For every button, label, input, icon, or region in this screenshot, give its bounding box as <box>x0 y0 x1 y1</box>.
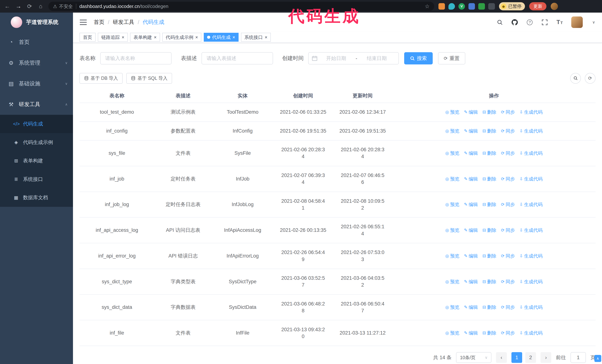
tab-item[interactable]: 系统接口× <box>241 33 271 42</box>
action-eye-link[interactable]: ◎预览 <box>445 304 459 311</box>
close-icon[interactable]: × <box>265 35 268 40</box>
action-edit-link[interactable]: ✎编辑 <box>464 128 478 135</box>
reload-icon[interactable]: ⟳ <box>26 3 33 10</box>
action-download-link[interactable]: ⇩生成代码 <box>519 252 543 260</box>
user-avatar[interactable] <box>571 16 583 28</box>
action-sync-link[interactable]: ⟳同步 <box>501 109 515 115</box>
action-eye-link[interactable]: ◎预览 <box>445 252 459 260</box>
update-browser-button[interactable]: 更新 <box>529 2 547 10</box>
sidebar-item[interactable]: ⚙系统管理∨ <box>0 52 73 73</box>
extension-icon-1[interactable] <box>439 3 445 10</box>
sidebar-item[interactable]: ◔首页 <box>0 32 73 52</box>
action-eye-link[interactable]: ◎预览 <box>445 227 459 234</box>
action-eye-link[interactable]: ◎预览 <box>445 330 459 336</box>
browser-profile-avatar[interactable] <box>551 3 558 10</box>
action-trash-link[interactable]: ⊟删除 <box>483 252 496 260</box>
prev-page-button[interactable]: ‹ <box>496 352 507 363</box>
action-edit-link[interactable]: ✎编辑 <box>464 330 478 336</box>
page-button[interactable]: 1 <box>511 352 522 363</box>
action-sync-link[interactable]: ⟳同步 <box>501 150 515 157</box>
action-download-link[interactable]: ⇩生成代码 <box>519 330 543 336</box>
extension-icon-5[interactable] <box>478 3 485 10</box>
sidebar-toggle-icon[interactable] <box>80 20 87 25</box>
puzzle-extension-icon[interactable] <box>488 3 495 10</box>
breadcrumb-home[interactable]: 首页 <box>94 19 105 26</box>
chevron-down-icon[interactable]: ∨ <box>592 20 595 24</box>
table-desc-input[interactable] <box>202 52 273 64</box>
sidebar-subitem[interactable]: ◈代码生成示例 <box>0 133 73 151</box>
search-button[interactable]: 搜索 <box>404 52 432 64</box>
breadcrumb-current[interactable]: 代码生成 <box>143 19 164 26</box>
import-sql-button[interactable]: 基于 SQL 导入 <box>126 73 172 84</box>
action-trash-link[interactable]: ⊟删除 <box>483 304 496 311</box>
back-icon[interactable]: ← <box>4 3 11 10</box>
action-trash-link[interactable]: ⊟删除 <box>483 128 496 135</box>
action-edit-link[interactable]: ✎编辑 <box>464 176 478 182</box>
import-db-button[interactable]: 基于 DB 导入 <box>79 73 123 84</box>
extension-icon-2[interactable] <box>448 3 455 10</box>
action-eye-link[interactable]: ◎预览 <box>445 201 459 208</box>
home-icon[interactable]: ⌂ <box>37 3 44 10</box>
page-button[interactable]: 2 <box>525 352 536 363</box>
action-sync-link[interactable]: ⟳同步 <box>501 128 515 135</box>
action-eye-link[interactable]: ◎预览 <box>445 278 459 285</box>
sidebar-item[interactable]: ▤基础设施∨ <box>0 73 73 94</box>
close-icon[interactable]: × <box>232 35 235 40</box>
next-page-button[interactable]: › <box>540 352 551 363</box>
sidebar-subitem[interactable]: ⊞表单构建 <box>0 152 73 170</box>
action-edit-link[interactable]: ✎编辑 <box>464 201 478 208</box>
action-download-link[interactable]: ⇩生成代码 <box>519 227 543 234</box>
action-download-link[interactable]: ⇩生成代码 <box>519 176 543 182</box>
tab-item[interactable]: 代码生成× <box>204 33 239 42</box>
action-eye-link[interactable]: ◎预览 <box>445 109 459 115</box>
security-warning[interactable]: ⚠不安全 <box>53 3 73 10</box>
close-icon[interactable]: × <box>195 35 198 40</box>
tab-item[interactable]: 链路追踪× <box>98 33 128 42</box>
refresh-table-button[interactable]: ⟳ <box>585 73 595 84</box>
action-edit-link[interactable]: ✎编辑 <box>464 227 478 234</box>
goto-page-input[interactable] <box>570 352 586 363</box>
action-trash-link[interactable]: ⊟删除 <box>483 109 496 115</box>
action-sync-link[interactable]: ⟳同步 <box>501 278 515 285</box>
sync-paused-badge[interactable]: ☻ 已暂停 <box>499 2 525 10</box>
action-edit-link[interactable]: ✎编辑 <box>464 150 478 157</box>
tab-item[interactable]: 首页 <box>79 33 96 42</box>
create-time-range-picker[interactable]: 开始日期 - 结束日期 <box>308 52 399 64</box>
extension-icon-4[interactable] <box>468 3 475 10</box>
sidebar-item[interactable]: ⚒研发工具∧ <box>0 94 73 115</box>
sidebar-subitem[interactable]: </>代码生成 <box>0 115 73 133</box>
action-trash-link[interactable]: ⊟删除 <box>483 227 496 234</box>
tab-item[interactable]: 表单构建× <box>130 33 160 42</box>
page-size-select[interactable]: 10条/页 ∨ <box>456 352 491 363</box>
extension-icon-3[interactable]: V <box>458 3 465 10</box>
action-edit-link[interactable]: ✎编辑 <box>464 304 478 311</box>
reset-button[interactable]: ⟳ 重置 <box>438 52 465 64</box>
forward-icon[interactable]: → <box>15 3 22 10</box>
action-eye-link[interactable]: ◎预览 <box>445 128 459 135</box>
help-icon[interactable]: ? <box>526 19 533 26</box>
address-bar[interactable]: ⚠不安全 dashboard.yudao.iocoder.cn/tool/cod… <box>48 2 434 11</box>
action-sync-link[interactable]: ⟳同步 <box>501 201 515 208</box>
app-logo[interactable]: 芋道管理系统 <box>0 13 73 32</box>
action-eye-link[interactable]: ◎预览 <box>445 176 459 182</box>
action-trash-link[interactable]: ⊟删除 <box>483 201 496 208</box>
action-download-link[interactable]: ⇩生成代码 <box>519 201 543 208</box>
close-icon[interactable]: × <box>154 35 157 40</box>
action-sync-link[interactable]: ⟳同步 <box>501 304 515 311</box>
action-sync-link[interactable]: ⟳同步 <box>501 227 515 234</box>
action-download-link[interactable]: ⇩生成代码 <box>519 150 543 157</box>
action-sync-link[interactable]: ⟳同步 <box>501 176 515 182</box>
action-sync-link[interactable]: ⟳同步 <box>501 330 515 336</box>
action-trash-link[interactable]: ⊟删除 <box>483 330 496 336</box>
sidebar-subitem[interactable]: ≣系统接口 <box>0 170 73 188</box>
action-download-link[interactable]: ⇩生成代码 <box>519 109 543 115</box>
sidebar-subitem[interactable]: ▦数据库文档 <box>0 188 73 207</box>
close-icon[interactable]: × <box>122 35 124 40</box>
action-trash-link[interactable]: ⊟删除 <box>483 176 496 182</box>
action-download-link[interactable]: ⇩生成代码 <box>519 304 543 311</box>
bookmark-star-icon[interactable]: ☆ <box>425 3 430 10</box>
back-to-top-button[interactable]: ∧ <box>594 355 601 362</box>
action-download-link[interactable]: ⇩生成代码 <box>519 128 543 135</box>
action-trash-link[interactable]: ⊟删除 <box>483 278 496 285</box>
action-edit-link[interactable]: ✎编辑 <box>464 278 478 285</box>
